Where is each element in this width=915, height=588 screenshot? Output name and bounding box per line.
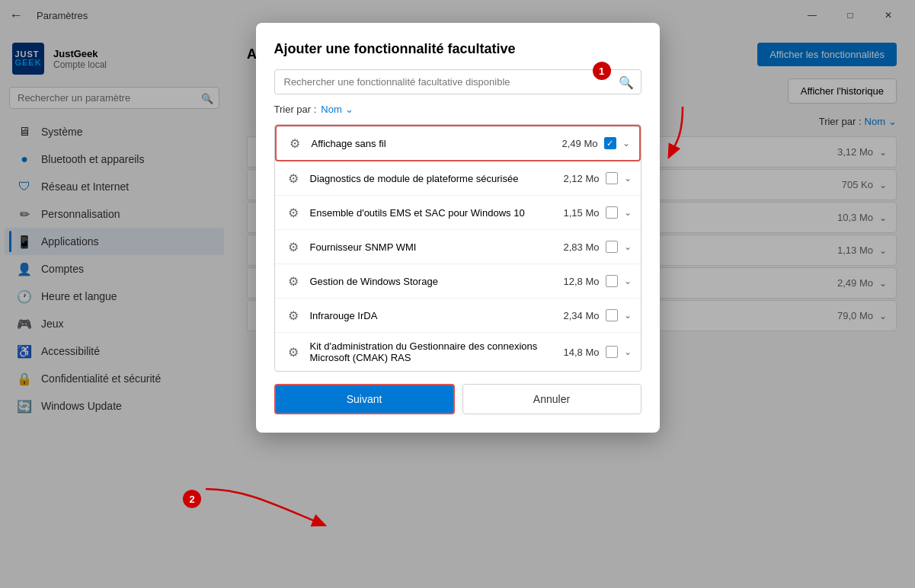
feature-checkbox[interactable]: [606, 206, 618, 219]
chevron-down-icon[interactable]: ⌄: [624, 173, 632, 184]
feature-size: 14,8 Mo: [561, 347, 600, 358]
suivant-button[interactable]: Suivant: [274, 384, 455, 414]
feature-checkbox[interactable]: [606, 172, 618, 184]
chevron-down-icon: ⌄: [345, 104, 354, 115]
feature-size: 2,12 Mo: [561, 173, 600, 184]
dialog-list-item[interactable]: ⚙ Diagnostics de module de plateforme sé…: [275, 161, 641, 196]
feature-checkbox[interactable]: [606, 309, 618, 321]
dialog-search-container: 🔍 1: [274, 69, 641, 94]
feature-icon: ⚙: [284, 169, 302, 187]
dialog-footer: Suivant Annuler: [274, 384, 641, 414]
feature-icon: ⚙: [286, 134, 304, 152]
dialog-feature-list: ⚙ Affichage sans fil 2,49 Mo ⌄ ⚙ Diagnos…: [274, 124, 641, 372]
feature-size: 2,83 Mo: [561, 241, 600, 253]
annotation-2: 2: [183, 490, 201, 508]
feature-name: Affichage sans fil: [312, 138, 552, 149]
feature-name: Kit d'administration du Gestionnaire des…: [310, 340, 554, 363]
annuler-button[interactable]: Annuler: [462, 384, 641, 414]
chevron-down-icon[interactable]: ⌄: [624, 241, 632, 252]
feature-icon: ⚙: [284, 272, 302, 290]
settings-window: ← Paramètres — □ ✕ JUST GEEK JustGeek: [0, 0, 915, 588]
item-right: 14,8 Mo ⌄: [561, 346, 632, 358]
feature-name: Ensemble d'outils EMS et SAC pour Window…: [310, 207, 554, 219]
dialog-list-item[interactable]: ⚙ Fournisseur SNMP WMI 2,83 Mo ⌄: [275, 230, 641, 264]
dialog-list-item[interactable]: ⚙ Kit d'administration du Gestionnaire d…: [275, 333, 641, 371]
feature-icon: ⚙: [284, 343, 302, 361]
feature-name: Fournisseur SNMP WMI: [310, 241, 554, 253]
feature-checkbox[interactable]: [604, 137, 616, 149]
feature-size: 2,49 Mo: [560, 138, 598, 149]
feature-checkbox[interactable]: [606, 346, 618, 358]
dialog-list-item[interactable]: ⚙ Infrarouge IrDA 2,34 Mo ⌄: [275, 299, 641, 333]
search-icon: 🔍: [619, 75, 634, 89]
dialog-search-input[interactable]: [274, 69, 641, 94]
feature-name: Infrarouge IrDA: [310, 310, 554, 321]
item-right: 2,34 Mo ⌄: [561, 309, 632, 321]
feature-size: 12,8 Mo: [561, 276, 600, 287]
feature-checkbox[interactable]: [606, 275, 618, 287]
chevron-down-icon[interactable]: ⌄: [624, 207, 632, 218]
modal-overlay: Ajouter une fonctionnalité facultative 🔍…: [0, 0, 915, 588]
chevron-down-icon[interactable]: ⌄: [624, 347, 632, 357]
sort-label: Trier par :: [274, 104, 317, 115]
feature-checkbox[interactable]: [606, 241, 618, 253]
chevron-down-icon[interactable]: ⌄: [622, 138, 630, 149]
chevron-down-icon[interactable]: ⌄: [624, 310, 632, 321]
annotation-1: 1: [593, 62, 611, 80]
dialog-list-item[interactable]: ⚙ Ensemble d'outils EMS et SAC pour Wind…: [275, 196, 641, 230]
annotation-arrow-1: [667, 99, 744, 160]
item-right: 12,8 Mo ⌄: [561, 275, 632, 287]
sort-value: Nom: [321, 104, 341, 115]
feature-size: 1,15 Mo: [561, 207, 600, 219]
dialog-list-item[interactable]: ⚙ Affichage sans fil 2,49 Mo ⌄: [275, 125, 641, 161]
dialog-sort: Trier par : Nom ⌄: [274, 104, 641, 115]
item-right: 2,83 Mo ⌄: [561, 241, 632, 253]
feature-icon: ⚙: [284, 203, 302, 222]
sort-dropdown[interactable]: Nom ⌄: [321, 104, 353, 115]
dialog-title: Ajouter une fonctionnalité facultative: [274, 41, 641, 57]
chevron-down-icon[interactable]: ⌄: [624, 276, 632, 286]
feature-icon: ⚙: [284, 306, 302, 324]
dialog-list-item[interactable]: ⚙ Gestion de Windows Storage 12,8 Mo ⌄: [275, 264, 641, 299]
feature-name: Gestion de Windows Storage: [310, 276, 554, 287]
feature-size: 2,34 Mo: [561, 310, 600, 321]
feature-icon: ⚙: [284, 238, 302, 256]
item-right: 2,49 Mo ⌄: [560, 137, 630, 149]
feature-name: Diagnostics de module de plateforme sécu…: [310, 173, 554, 184]
item-right: 1,15 Mo ⌄: [561, 206, 632, 219]
add-feature-dialog: Ajouter une fonctionnalité facultative 🔍…: [256, 23, 660, 433]
item-right: 2,12 Mo ⌄: [561, 172, 632, 184]
